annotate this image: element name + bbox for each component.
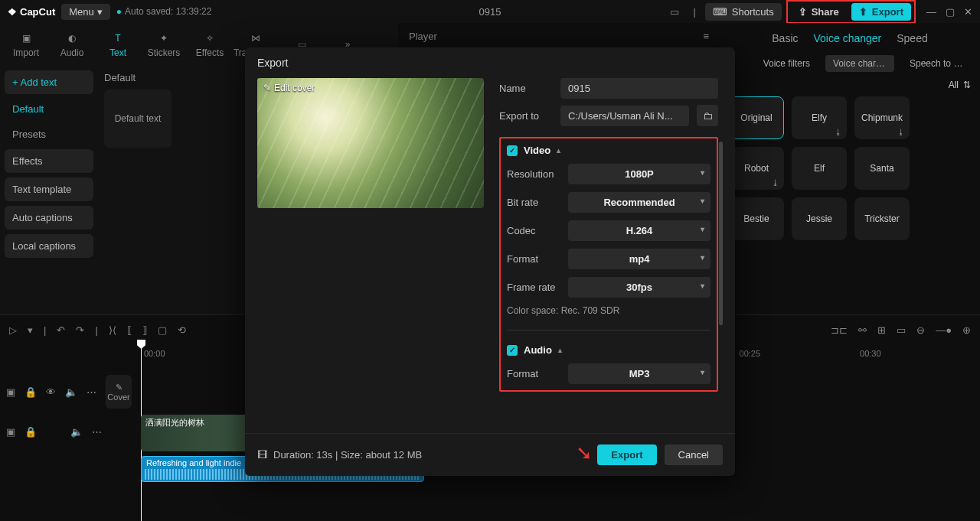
browse-folder-button[interactable]: 🗀 — [697, 105, 718, 126]
sidebar-localcap[interactable]: Local captions — [5, 234, 93, 258]
export-preview: ✎ Edit cover — [257, 78, 484, 208]
delete-icon[interactable]: ⟲ — [178, 324, 186, 336]
voice-trickster[interactable]: Trickster — [854, 197, 910, 240]
format-select[interactable]: mp4 — [568, 249, 710, 269]
align-icon[interactable]: ⊞ — [877, 324, 886, 336]
subtab-speech[interactable]: Speech to song — [902, 55, 971, 72]
shortcuts-label: Shortcuts — [732, 6, 774, 18]
subtab-filters[interactable]: Voice filters — [756, 55, 818, 72]
audio-section-head[interactable]: ✓ Audio ▴ — [507, 344, 710, 356]
voice-original[interactable]: Original — [729, 96, 784, 139]
tab-effects[interactable]: ✧Effects — [187, 28, 233, 61]
eye-icon[interactable]: 👁 — [46, 386, 56, 398]
minimize-icon[interactable]: — — [926, 6, 936, 18]
voice-elfy[interactable]: Elfy⭳ — [792, 96, 847, 139]
export-button-top[interactable]: ⬆ Export — [851, 3, 911, 21]
name-input[interactable]: 0915 — [560, 78, 718, 99]
trim-right-icon[interactable]: ⟧ — [142, 324, 147, 336]
mute-icon[interactable]: 🔈 — [70, 426, 83, 438]
default-text-thumb[interactable]: Default text — [104, 90, 172, 148]
resolution-select[interactable]: 1080P — [568, 164, 710, 184]
export-button[interactable]: Export — [597, 444, 656, 465]
sidebar-template[interactable]: Text template — [5, 177, 93, 201]
lock-icon[interactable]: 🔒 — [24, 426, 37, 438]
share-button[interactable]: ⇪ Share — [791, 3, 847, 21]
audio-checkbox[interactable]: ✓ — [507, 345, 518, 356]
close-icon[interactable]: ✕ — [964, 6, 972, 18]
undo-icon[interactable]: ↶ — [57, 324, 65, 336]
voice-santa[interactable]: Santa — [854, 147, 910, 190]
video-checkbox[interactable]: ✓ — [507, 145, 518, 156]
mute-icon[interactable]: 🔈 — [65, 386, 77, 398]
tab-audio[interactable]: ◐Audio — [49, 28, 95, 61]
tab-speed[interactable]: Speed — [897, 29, 927, 47]
tab-text[interactable]: TText — [95, 28, 141, 61]
row-name: Name 0915 — [499, 78, 718, 99]
shortcuts-button[interactable]: ⌨ Shortcuts — [705, 3, 782, 21]
trim-left-icon[interactable]: ⟦ — [127, 324, 132, 336]
clip-label: 洒满阳光的树林 — [145, 417, 204, 428]
voice-grid: Original Elfy⭳ Chipmunk⭳ Robot⭳ Elf Sant… — [729, 96, 971, 240]
cursor-icon[interactable]: ▷ — [9, 324, 17, 336]
download-icon: ⭳ — [835, 128, 842, 136]
redo-icon[interactable]: ↷ — [76, 324, 84, 336]
player-menu-icon[interactable]: ≡ — [703, 31, 709, 42]
transitions-icon: ⋈ — [248, 31, 263, 46]
exportto-label: Export to — [499, 110, 553, 122]
video-section-head[interactable]: ✓ Video ▴ — [507, 145, 710, 156]
scrollbar[interactable] — [719, 142, 723, 325]
codec-select[interactable]: H.264 — [568, 220, 710, 241]
menu-button[interactable]: Menu ▾ — [61, 4, 110, 20]
maximize-icon[interactable]: ▢ — [946, 6, 955, 18]
tab-import[interactable]: ▣Import — [3, 28, 49, 61]
ruler-tick: 00:30 — [860, 349, 881, 358]
lock-icon[interactable]: 🔒 — [24, 386, 37, 398]
voice-robot[interactable]: Robot⭳ — [729, 147, 784, 190]
sidebar-effects[interactable]: Effects — [5, 149, 93, 173]
sidebar-presets[interactable]: Presets — [5, 124, 93, 145]
subtab-characters[interactable]: Voice characters — [825, 55, 894, 72]
magnet-icon[interactable]: ⊐⊏ — [831, 324, 848, 336]
voice-chipmunk[interactable]: Chipmunk⭳ — [854, 96, 910, 139]
cover-button[interactable]: ✎ Cover — [106, 375, 132, 409]
audio-format-select[interactable]: MP3 — [568, 363, 710, 384]
tab-stickers[interactable]: ✦Stickers — [141, 28, 187, 61]
filter-icon[interactable]: ⇅ — [963, 80, 971, 90]
crop-icon[interactable]: ▢ — [158, 324, 167, 336]
cancel-button[interactable]: Cancel — [665, 444, 723, 465]
sidebar-default[interactable]: Default — [5, 99, 93, 119]
sidebar-autocap[interactable]: Auto captions — [5, 206, 93, 230]
voice-jessie[interactable]: Jessie — [792, 197, 847, 240]
divider — [507, 330, 710, 331]
zoom-out-icon[interactable]: ⊖ — [916, 324, 925, 336]
voice-label: Chipmunk — [861, 112, 903, 123]
collapse-icon[interactable]: ▣ — [6, 426, 15, 438]
sidebar-add-text[interactable]: + Add text — [5, 70, 93, 94]
voice-label: Elfy — [812, 112, 827, 123]
tab-basic[interactable]: Basic — [772, 29, 798, 47]
bitrate-select[interactable]: Recommended — [568, 192, 710, 213]
aspect-icon[interactable]: ▭ — [665, 5, 684, 19]
tab-voice-changer[interactable]: Voice changer — [814, 29, 882, 47]
edit-cover-button[interactable]: ✎ Edit cover — [263, 83, 315, 93]
link-icon[interactable]: ⚯ — [858, 324, 867, 336]
tab-text-label: Text — [109, 47, 126, 58]
export-modal: Export ✎ Edit cover Name 0915 Export to … — [245, 47, 735, 476]
zoom-in-icon[interactable]: ⊕ — [962, 324, 971, 336]
voice-elf[interactable]: Elf — [792, 147, 847, 190]
zoom-slider[interactable]: —● — [936, 324, 952, 336]
collapse-icon[interactable]: ▣ — [6, 386, 15, 398]
more-icon[interactable]: ⋯ — [92, 426, 102, 438]
voice-label: Jessie — [806, 213, 832, 224]
topbar-right: ▭ | ⌨ Shortcuts ⇪ Share ⬆ Export — ▢ ✕ — [665, 0, 972, 24]
filter-all[interactable]: All — [949, 80, 959, 90]
audio-format-label: Format — [507, 368, 560, 379]
chevron-down-icon[interactable]: ▾ — [28, 324, 33, 336]
codec-label: Codec — [507, 225, 560, 236]
voice-bestie[interactable]: Bestie — [729, 197, 784, 240]
more-icon[interactable]: ⋯ — [87, 386, 96, 398]
preview-icon[interactable]: ▭ — [897, 324, 906, 336]
framerate-select[interactable]: 30fps — [568, 277, 710, 298]
split-icon[interactable]: ⟩⟨ — [109, 324, 116, 336]
exportto-input[interactable]: C:/Users/Usman Ali N... — [560, 106, 689, 126]
